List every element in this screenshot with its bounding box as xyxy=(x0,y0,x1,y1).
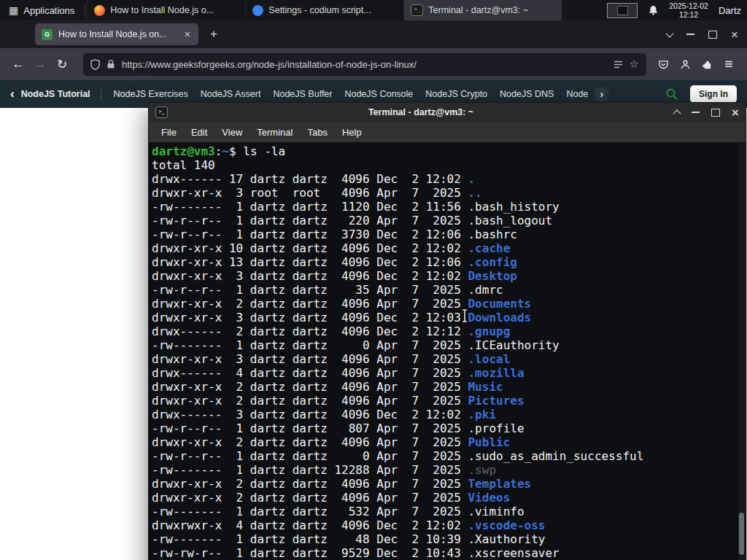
terminal-ls-line: drwxr-xr-x 2 dartz dartz 4096 Apr 7 2025… xyxy=(152,380,746,394)
url-bar[interactable]: https://www.geeksforgeeks.org/node-js/in… xyxy=(83,53,646,76)
browser-tab-bar: G How to Install Node.js on... × + × xyxy=(0,20,747,48)
browser-maximize-button[interactable] xyxy=(708,31,717,39)
gfg-nav-item-6[interactable]: NodeJS Crypto xyxy=(425,89,487,99)
terminal-ls-line: -rw-rw-r-- 1 dartz dartz 9529 Dec 2 10:4… xyxy=(152,546,746,560)
gfg-nav-list: NodeJS TutorialNodeJS ExercisesNodeJS As… xyxy=(21,89,589,99)
terminal-output: dartz@vm3:~$ ls -latotal 140drwx------ 1… xyxy=(152,144,746,560)
new-tab-button[interactable]: + xyxy=(204,25,223,44)
terminal-menu-edit[interactable]: Edit xyxy=(184,124,214,141)
gfg-nav-item-2[interactable]: NodeJS Exercises xyxy=(114,89,188,99)
workspace-switcher[interactable] xyxy=(607,3,638,18)
terminal-ls-line: -rw------- 1 dartz dartz 532 Apr 7 2025 … xyxy=(152,505,746,518)
terminal-scrollbar[interactable] xyxy=(738,144,745,560)
terminal-scrollbar-thumb[interactable] xyxy=(739,513,744,555)
terminal-ls-line: -rw-r--r-- 1 dartz dartz 3730 Dec 2 12:0… xyxy=(152,228,746,241)
terminal-prompt-line: dartz@vm3:~$ ls -la xyxy=(152,144,746,158)
gfg-nav-right: Sign In xyxy=(665,85,737,103)
sign-in-button[interactable]: Sign In xyxy=(690,85,737,103)
panel-clock[interactable]: 2025-12-02 12:12 xyxy=(669,1,708,19)
terminal-icon: >_ xyxy=(411,4,423,16)
terminal-ls-line: -rw------- 1 dartz dartz 1120 Dec 2 11:5… xyxy=(152,200,746,214)
reader-mode-icon[interactable] xyxy=(614,60,623,69)
tab-title: How to Install Node.js on... xyxy=(58,29,177,39)
terminal-ls-line: drwx------ 4 dartz dartz 4096 Apr 7 2025… xyxy=(152,366,746,380)
gfg-nav-item-7[interactable]: NodeJS DNS xyxy=(500,89,554,99)
terminal-window-controls: × xyxy=(674,106,739,119)
terminal-maximize-button[interactable] xyxy=(711,109,720,117)
taskbar-item-label: Settings - codium script... xyxy=(268,5,371,15)
list-tabs-chevron-icon[interactable] xyxy=(665,29,673,37)
terminal-total-line: total 140 xyxy=(152,158,746,172)
applications-grid-icon: ▦ xyxy=(9,5,18,15)
terminal-ls-line: -rw------- 1 dartz dartz 48 Dec 2 10:39 … xyxy=(152,532,746,546)
terminal-menu-file[interactable]: File xyxy=(154,124,184,141)
terminal-menu-help[interactable]: Help xyxy=(335,124,369,141)
terminal-body[interactable]: dartz@vm3:~$ ls -latotal 140drwx------ 1… xyxy=(149,142,746,560)
forward-button[interactable]: → xyxy=(29,53,51,75)
desktop: ▦ Applications How to Install Node.js o.… xyxy=(0,0,747,560)
bookmark-star-icon[interactable]: ☆ xyxy=(630,58,639,71)
terminal-title-bar[interactable]: >_ Terminal - dartz@vm3: ~ × xyxy=(149,103,746,122)
gfg-nav-item-4[interactable]: NodeJS Buffer xyxy=(273,89,332,99)
terminal-ls-line: drwxrwxr-x 4 dartz dartz 4096 Dec 2 12:0… xyxy=(152,518,746,532)
gfg-nav-item-3[interactable]: NodeJS Assert xyxy=(201,89,261,99)
terminal-ls-line: -rw-r--r-- 1 dartz dartz 35 Apr 7 2025 .… xyxy=(152,283,746,297)
terminal-ls-line: drwxr-xr-x 2 dartz dartz 4096 Apr 7 2025… xyxy=(152,394,746,408)
reload-button[interactable]: ↻ xyxy=(51,53,73,75)
terminal-ls-line: drwxr-xr-x 3 dartz dartz 4096 Dec 2 12:0… xyxy=(152,269,746,283)
account-icon[interactable] xyxy=(674,53,696,75)
terminal-ls-line: drwx------ 3 dartz dartz 4096 Dec 2 12:0… xyxy=(152,408,746,421)
taskbar-item-settings[interactable]: Settings - codium script... xyxy=(245,0,403,20)
pocket-icon[interactable] xyxy=(652,53,674,75)
extensions-puzzle-icon[interactable] xyxy=(696,53,718,75)
browser-close-button[interactable]: × xyxy=(731,28,738,41)
firefox-icon xyxy=(94,5,105,16)
tab-close-button[interactable]: × xyxy=(183,28,192,41)
terminal-ls-line: -rw------- 1 dartz dartz 0 Apr 7 2025 .I… xyxy=(152,338,746,352)
terminal-menu-terminal[interactable]: Terminal xyxy=(249,124,300,141)
terminal-ls-line: drwxr-xr-x 3 dartz dartz 4096 Apr 7 2025… xyxy=(152,352,746,366)
terminal-window-title: Terminal - dartz@vm3: ~ xyxy=(174,107,668,117)
terminal-ls-line: drwxr-xr-x 10 dartz dartz 4096 Dec 2 12:… xyxy=(152,241,746,255)
taskbar-item-label: How to Install Node.js o... xyxy=(110,5,214,15)
taskbar-item-browser[interactable]: How to Install Node.js o... xyxy=(87,0,245,20)
terminal-rollup-button[interactable] xyxy=(673,109,681,117)
terminal-close-button[interactable]: × xyxy=(732,106,739,119)
gfg-search-icon[interactable] xyxy=(665,88,678,101)
gfg-nav-item-5[interactable]: NodeJS Console xyxy=(344,89,413,99)
terminal-ls-line: drwxr-xr-x 2 dartz dartz 4096 Apr 7 2025… xyxy=(152,435,746,449)
bell-icon xyxy=(648,4,659,16)
notifications-button[interactable] xyxy=(648,4,659,16)
terminal-menu-view[interactable]: View xyxy=(214,124,249,141)
clock-date: 2025-12-02 xyxy=(669,1,708,10)
terminal-ls-line: drwxr-xr-x 2 dartz dartz 4096 Apr 7 2025… xyxy=(152,491,746,505)
nav-scroll-right-icon[interactable]: › xyxy=(594,87,609,102)
user-menu-button[interactable]: Dartz xyxy=(719,5,741,16)
clock-time: 12:12 xyxy=(669,10,708,19)
top-panel: ▦ Applications How to Install Node.js o.… xyxy=(0,0,747,20)
terminal-menu-tabs[interactable]: Tabs xyxy=(300,124,334,141)
gfg-nav-item-8[interactable]: Node xyxy=(566,89,588,99)
mouse-cursor-ibeam xyxy=(460,308,469,326)
applications-label: Applications xyxy=(23,5,74,16)
settings-icon xyxy=(252,5,263,16)
terminal-ls-line: -rw-r--r-- 1 dartz dartz 0 Apr 7 2025 .s… xyxy=(152,449,746,463)
back-button[interactable]: ← xyxy=(7,53,29,75)
browser-minimize-button[interactable] xyxy=(686,34,694,35)
terminal-ls-line: drwxr-xr-x 2 dartz dartz 4096 Apr 7 2025… xyxy=(152,297,746,311)
terminal-ls-line: drwxr-xr-x 3 dartz dartz 4096 Dec 2 12:0… xyxy=(152,311,746,324)
workspace-window-icon xyxy=(617,6,628,15)
taskbar-item-terminal[interactable]: >_ Terminal - dartz@vm3: ~ xyxy=(403,0,562,20)
terminal-ls-line: -rw-r--r-- 1 dartz dartz 220 Apr 7 2025 … xyxy=(152,214,746,228)
url-text: https://www.geeksforgeeks.org/node-js/in… xyxy=(122,59,607,70)
nav-scroll-left-icon[interactable]: ‹ xyxy=(10,87,15,101)
applications-menu-button[interactable]: ▦ Applications xyxy=(0,0,83,20)
browser-tab[interactable]: G How to Install Node.js on... × xyxy=(35,23,198,45)
panel-right-area: 2025-12-02 12:12 Dartz xyxy=(607,0,747,20)
tracking-protection-shield-icon[interactable] xyxy=(90,59,100,70)
lock-icon[interactable] xyxy=(107,59,115,69)
terminal-minimize-button[interactable] xyxy=(692,112,700,113)
menu-hamburger-icon[interactable]: ≡ xyxy=(718,53,740,75)
gfg-nav-item-1[interactable]: NodeJS Tutorial xyxy=(21,89,101,99)
terminal-menubar: FileEditViewTerminalTabsHelp xyxy=(149,122,746,142)
